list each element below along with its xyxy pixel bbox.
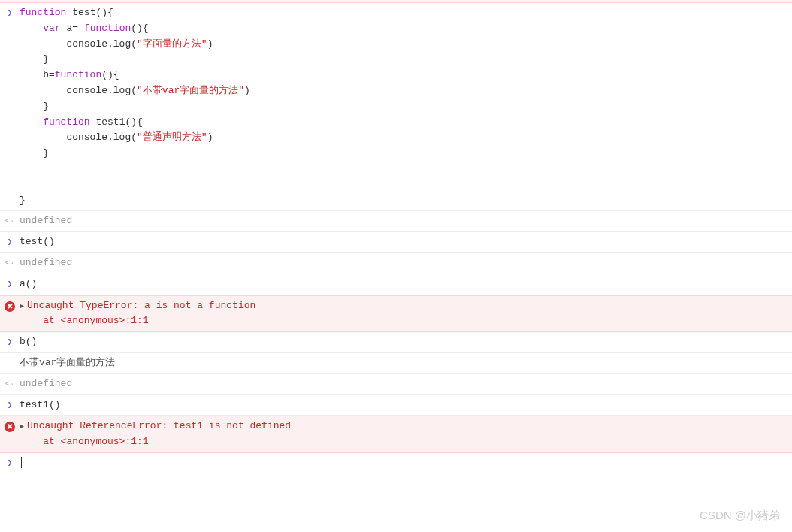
console-input-test1[interactable]: ❯ test1() xyxy=(0,395,792,416)
expand-icon[interactable]: ▶ xyxy=(20,302,24,310)
console-log-output: 不带var字面量的方法 xyxy=(0,353,792,374)
error-icon: ✖ xyxy=(5,301,15,312)
code-block: function test(){ var a= function(){ cons… xyxy=(20,5,789,208)
input-arrow-icon: ❯ xyxy=(8,278,13,292)
input-text: b() xyxy=(20,334,789,350)
console-input-b[interactable]: ❯ b() xyxy=(0,332,792,353)
error-a-not-function[interactable]: ✖ ▶Uncaught TypeError: a is not a functi… xyxy=(0,295,792,333)
text-cursor xyxy=(21,457,22,468)
output-arrow-icon: <· xyxy=(5,378,14,391)
error-test1-not-defined[interactable]: ✖ ▶Uncaught ReferenceError: test1 is not… xyxy=(0,416,792,453)
output-arrow-icon: <· xyxy=(5,257,14,271)
output-undefined-3: <· undefined xyxy=(0,374,792,395)
input-text: test1() xyxy=(20,397,789,413)
console-input-a[interactable]: ❯ a() xyxy=(0,274,792,295)
undefined-text: undefined xyxy=(20,213,789,229)
expand-icon[interactable]: ▶ xyxy=(20,422,24,431)
console-input-block[interactable]: ❯ function test(){ var a= function(){ co… xyxy=(0,3,792,211)
input-arrow-icon: ❯ xyxy=(8,7,13,20)
input-arrow-icon: ❯ xyxy=(8,336,13,349)
error-icon: ✖ xyxy=(5,422,15,432)
input-text: a() xyxy=(20,277,789,292)
output-undefined-1: <· undefined xyxy=(0,211,792,232)
undefined-text: undefined xyxy=(20,376,789,392)
undefined-text: undefined xyxy=(20,255,789,271)
log-text: 不带var字面量的方法 xyxy=(20,355,789,371)
input-arrow-icon: ❯ xyxy=(8,457,13,470)
output-undefined-2: <· undefined xyxy=(0,253,792,274)
input-text: test() xyxy=(20,234,789,250)
console-input-test[interactable]: ❯ test() xyxy=(0,232,792,253)
output-arrow-icon: <· xyxy=(5,215,14,228)
input-arrow-icon: ❯ xyxy=(8,236,13,249)
input-arrow-icon: ❯ xyxy=(8,399,13,413)
console-prompt[interactable]: ❯ xyxy=(0,453,792,473)
error-message: ▶Uncaught ReferenceError: test1 is not d… xyxy=(20,419,789,450)
error-message: ▶Uncaught TypeError: a is not a function… xyxy=(20,298,789,330)
